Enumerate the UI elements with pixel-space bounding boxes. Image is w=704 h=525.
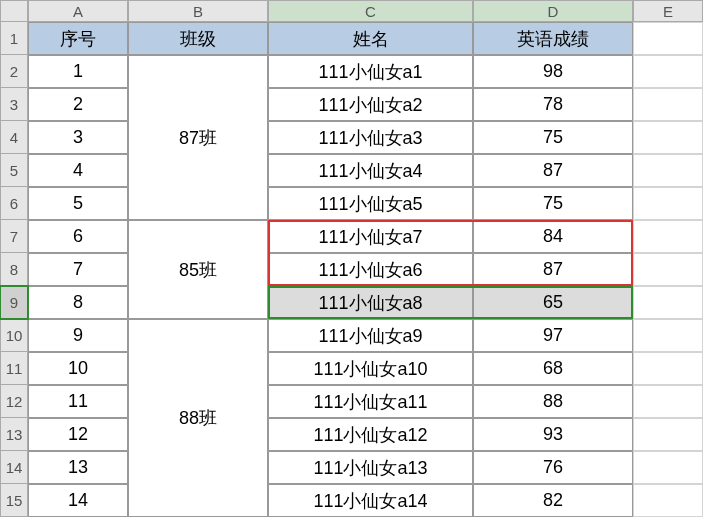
cell-A12[interactable]: 11	[28, 385, 128, 418]
cell-E14[interactable]	[633, 451, 703, 484]
cell-E2[interactable]	[633, 55, 703, 88]
row-header-3[interactable]: 3	[0, 88, 28, 121]
header-score[interactable]: 英语成绩	[473, 22, 633, 55]
cell-E3[interactable]	[633, 88, 703, 121]
cell-E10[interactable]	[633, 319, 703, 352]
cell-E5[interactable]	[633, 154, 703, 187]
header-seq[interactable]: 序号	[28, 22, 128, 55]
row-header-11[interactable]: 11	[0, 352, 28, 385]
cell-D4[interactable]: 75	[473, 121, 633, 154]
row-header-2[interactable]: 2	[0, 55, 28, 88]
cell-D3[interactable]: 78	[473, 88, 633, 121]
cell-B7[interactable]: 85班	[128, 220, 268, 319]
cell-C14[interactable]: 111小仙女a13	[268, 451, 473, 484]
row-header-5[interactable]: 5	[0, 154, 28, 187]
cell-C2[interactable]: 111小仙女a1	[268, 55, 473, 88]
cell-D12[interactable]: 88	[473, 385, 633, 418]
cell-B10[interactable]: 88班	[128, 319, 268, 517]
cell-A8[interactable]: 7	[28, 253, 128, 286]
row-header-12[interactable]: 12	[0, 385, 28, 418]
col-header-D[interactable]: D	[473, 0, 633, 22]
cell-C7[interactable]: 111小仙女a7	[268, 220, 473, 253]
row-header-7[interactable]: 7	[0, 220, 28, 253]
cell-A15[interactable]: 14	[28, 484, 128, 517]
cell-A6[interactable]: 5	[28, 187, 128, 220]
cell-C11[interactable]: 111小仙女a10	[268, 352, 473, 385]
row-header-15[interactable]: 15	[0, 484, 28, 517]
cell-C13[interactable]: 111小仙女a12	[268, 418, 473, 451]
cell-E6[interactable]	[633, 187, 703, 220]
cell-E8[interactable]	[633, 253, 703, 286]
cell-A11[interactable]: 10	[28, 352, 128, 385]
cell-C6[interactable]: 111小仙女a5	[268, 187, 473, 220]
col-header-E[interactable]: E	[633, 0, 703, 22]
cell-A10[interactable]: 9	[28, 319, 128, 352]
cell-D9[interactable]: 65	[473, 286, 633, 319]
col-header-A[interactable]: A	[28, 0, 128, 22]
cell-A4[interactable]: 3	[28, 121, 128, 154]
cell-C12[interactable]: 111小仙女a11	[268, 385, 473, 418]
cell-B2[interactable]: 87班	[128, 55, 268, 220]
cell-D5[interactable]: 87	[473, 154, 633, 187]
cell-A5[interactable]: 4	[28, 154, 128, 187]
col-header-C[interactable]: C	[268, 0, 473, 22]
cell-C3[interactable]: 111小仙女a2	[268, 88, 473, 121]
cell-A3[interactable]: 2	[28, 88, 128, 121]
corner-cell[interactable]	[0, 0, 28, 22]
cell-D11[interactable]: 68	[473, 352, 633, 385]
cell-C10[interactable]: 111小仙女a9	[268, 319, 473, 352]
col-header-B[interactable]: B	[128, 0, 268, 22]
cell-E12[interactable]	[633, 385, 703, 418]
cell-D15[interactable]: 82	[473, 484, 633, 517]
cell-D7[interactable]: 84	[473, 220, 633, 253]
cell-E9[interactable]	[633, 286, 703, 319]
cell-A7[interactable]: 6	[28, 220, 128, 253]
row-header-8[interactable]: 8	[0, 253, 28, 286]
cell-E4[interactable]	[633, 121, 703, 154]
cell-D13[interactable]: 93	[473, 418, 633, 451]
cell-E11[interactable]	[633, 352, 703, 385]
cell-C9[interactable]: 111小仙女a8	[268, 286, 473, 319]
cell-C15[interactable]: 111小仙女a14	[268, 484, 473, 517]
cell-D10[interactable]: 97	[473, 319, 633, 352]
cell-D2[interactable]: 98	[473, 55, 633, 88]
cell-A13[interactable]: 12	[28, 418, 128, 451]
spreadsheet-grid[interactable]: A B C D E 1 序号 班级 姓名 英语成绩 2 1 87班 111小仙女…	[0, 0, 704, 517]
cell-C4[interactable]: 111小仙女a3	[268, 121, 473, 154]
cell-E1[interactable]	[633, 22, 703, 55]
row-header-1[interactable]: 1	[0, 22, 28, 55]
row-header-6[interactable]: 6	[0, 187, 28, 220]
cell-E7[interactable]	[633, 220, 703, 253]
cell-E15[interactable]	[633, 484, 703, 517]
cell-D14[interactable]: 76	[473, 451, 633, 484]
cell-A9[interactable]: 8	[28, 286, 128, 319]
cell-A2[interactable]: 1	[28, 55, 128, 88]
row-header-9[interactable]: 9	[0, 286, 28, 319]
header-class[interactable]: 班级	[128, 22, 268, 55]
header-name[interactable]: 姓名	[268, 22, 473, 55]
cell-E13[interactable]	[633, 418, 703, 451]
cell-D8[interactable]: 87	[473, 253, 633, 286]
row-header-4[interactable]: 4	[0, 121, 28, 154]
cell-C5[interactable]: 111小仙女a4	[268, 154, 473, 187]
cell-D6[interactable]: 75	[473, 187, 633, 220]
cell-C8[interactable]: 111小仙女a6	[268, 253, 473, 286]
row-header-14[interactable]: 14	[0, 451, 28, 484]
row-header-13[interactable]: 13	[0, 418, 28, 451]
cell-A14[interactable]: 13	[28, 451, 128, 484]
row-header-10[interactable]: 10	[0, 319, 28, 352]
